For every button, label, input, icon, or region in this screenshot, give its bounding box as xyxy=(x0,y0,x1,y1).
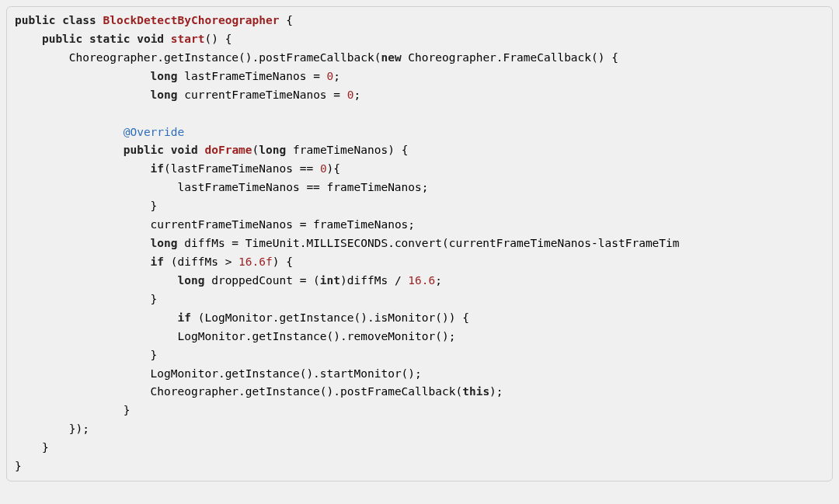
code-text: () { xyxy=(204,33,232,45)
indent xyxy=(15,200,151,212)
keyword-public: public xyxy=(42,33,82,45)
indent xyxy=(15,89,151,101)
indent xyxy=(15,126,124,138)
code-content: public class BlockDetectByChoreographer … xyxy=(15,12,824,476)
number-literal: 0 xyxy=(320,162,327,175)
keyword-if: if xyxy=(151,255,164,268)
code-text: } xyxy=(15,460,22,472)
code-text: lastFrameTimeNanos = xyxy=(178,70,327,82)
indent xyxy=(15,255,151,268)
method-name: doFrame xyxy=(204,144,252,156)
keyword-class: class xyxy=(62,14,96,26)
code-text: } xyxy=(151,293,158,305)
code-text: } xyxy=(124,404,131,416)
keyword-long: long xyxy=(259,144,286,156)
indent xyxy=(15,441,42,454)
keyword-long: long xyxy=(151,89,178,101)
code-text: LogMonitor.getInstance().startMonitor(); xyxy=(151,367,422,380)
number-literal: 0 xyxy=(347,89,354,101)
keyword-long: long xyxy=(151,70,178,82)
indent xyxy=(15,237,151,249)
keyword-this: this xyxy=(462,385,489,398)
code-text: frameTimeNanos) { xyxy=(286,144,408,156)
keyword-if: if xyxy=(178,311,191,324)
indent xyxy=(15,404,124,416)
code-text: ){ xyxy=(327,162,340,175)
keyword-public: public xyxy=(124,144,164,156)
code-text: (diffMs > xyxy=(164,255,238,268)
code-text: diffMs = TimeUnit.MILLISECONDS.convert(c… xyxy=(178,237,680,249)
keyword-long: long xyxy=(151,237,178,249)
method-name: start xyxy=(171,33,205,45)
code-text: currentFrameTimeNanos = frameTimeNanos; xyxy=(151,218,415,231)
indent xyxy=(15,51,69,64)
code-text: { xyxy=(280,14,293,26)
indent xyxy=(15,330,178,342)
code-text: ; xyxy=(354,89,361,101)
indent xyxy=(15,311,178,324)
code-text: )diffMs / xyxy=(340,274,408,287)
code-text: LogMonitor.getInstance().removeMonitor()… xyxy=(178,330,456,342)
code-text: }); xyxy=(69,422,89,435)
code-text: currentFrameTimeNanos = xyxy=(178,89,347,101)
keyword-public: public xyxy=(15,14,55,26)
number-literal: 16.6 xyxy=(408,274,435,287)
keyword-void: void xyxy=(137,33,164,45)
code-text: ) { xyxy=(273,255,293,268)
indent xyxy=(15,144,124,156)
number-literal: 16.6f xyxy=(238,255,273,268)
code-text: ; xyxy=(333,70,340,82)
code-text: lastFrameTimeNanos == frameTimeNanos; xyxy=(178,181,429,193)
code-text: droppedCount = ( xyxy=(204,274,319,287)
keyword-if: if xyxy=(151,162,164,175)
indent xyxy=(15,349,151,361)
code-text: } xyxy=(151,200,158,212)
indent xyxy=(15,162,151,175)
indent xyxy=(15,367,151,380)
code-text: Choreographer.getInstance().postFrameCal… xyxy=(151,385,463,398)
class-name: BlockDetectByChoreographer xyxy=(103,14,280,26)
keyword-void: void xyxy=(171,144,198,156)
indent xyxy=(15,385,151,398)
code-text: ( xyxy=(252,144,259,156)
annotation-override: @Override xyxy=(124,126,185,138)
indent xyxy=(15,218,151,231)
keyword-long: long xyxy=(178,274,205,287)
code-text: ); xyxy=(489,385,503,398)
keyword-int: int xyxy=(320,274,340,287)
code-block: public class BlockDetectByChoreographer … xyxy=(6,6,833,481)
keyword-static: static xyxy=(89,33,130,45)
keyword-new: new xyxy=(381,51,401,64)
indent xyxy=(15,33,42,45)
code-text: (LogMonitor.getInstance().isMonitor()) { xyxy=(191,311,469,324)
indent xyxy=(15,422,69,435)
code-text: } xyxy=(42,441,49,454)
code-text: Choreographer.getInstance().postFrameCal… xyxy=(69,51,381,64)
code-text: Choreographer.FrameCallback() { xyxy=(402,51,618,64)
indent xyxy=(15,293,151,305)
code-text: } xyxy=(151,349,158,361)
indent xyxy=(15,70,151,82)
code-text: ; xyxy=(435,274,442,287)
indent xyxy=(15,181,178,193)
code-text: (lastFrameTimeNanos == xyxy=(164,162,320,175)
indent xyxy=(15,274,178,287)
